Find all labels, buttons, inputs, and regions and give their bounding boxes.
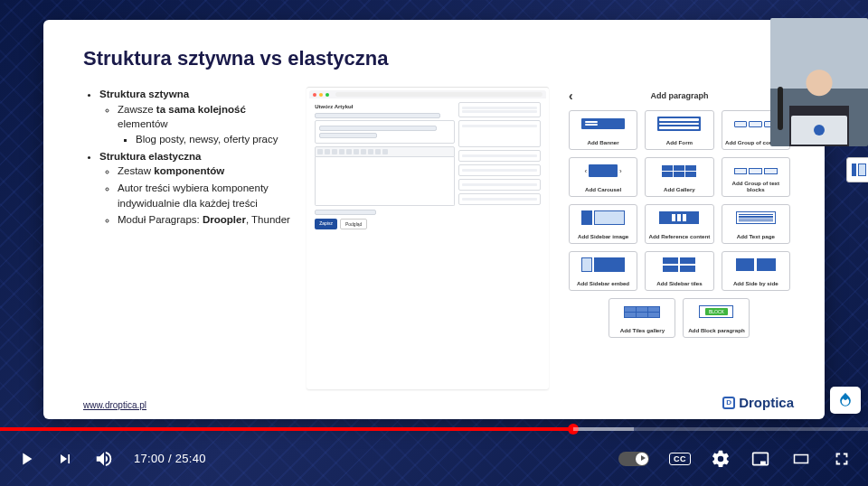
list-item: Autor treści wybiera komponenty indywidu… xyxy=(118,181,290,210)
browser-chrome xyxy=(309,90,546,98)
add-text-page-button[interactable]: Add Text page xyxy=(722,204,790,244)
autoplay-toggle[interactable] xyxy=(618,452,649,466)
rte-body xyxy=(315,157,455,206)
paragraph-panel: ‹ Add paragraph Add Banner Add Form Add … xyxy=(565,87,794,389)
time-display: 17:00 / 25:40 xyxy=(134,452,206,465)
save-button: Zapisz xyxy=(315,219,337,229)
preview-button: Podgląd xyxy=(340,219,367,229)
add-sidebar-image-button[interactable]: Add Sidebar image xyxy=(569,204,637,244)
peek-tile xyxy=(846,157,868,182)
slide-title: Struktura sztywna vs elastyczna xyxy=(83,47,794,70)
form-screenshot: Utwórz Artykuł Zapisz Podgląd xyxy=(307,87,549,389)
captions-button[interactable]: CC xyxy=(669,453,691,465)
presenter-webcam xyxy=(770,18,868,146)
footer-url: www.droptica.pl xyxy=(83,400,146,410)
add-reference-content-button[interactable]: Add Reference content xyxy=(645,204,713,244)
form-heading: Utwórz Artykuł xyxy=(315,104,455,109)
next-button[interactable] xyxy=(56,450,74,468)
list-item: Struktura sztywna Zawsze ta sama kolejno… xyxy=(99,87,290,147)
bullets-column: Struktura sztywna Zawsze ta sama kolejno… xyxy=(83,87,290,389)
list-item: Zawsze ta sama kolejność elementów Blog … xyxy=(118,102,290,147)
theater-button[interactable] xyxy=(790,451,812,467)
list-item: Blog posty, newsy, oferty pracy xyxy=(136,132,290,147)
fullscreen-button[interactable] xyxy=(832,449,852,469)
list-item: Struktura elastyczna Zestaw komponentów … xyxy=(99,149,290,228)
add-carousel-button[interactable]: ‹› Add Carousel xyxy=(569,157,637,197)
add-group-textblocks-button[interactable]: Add Group of text blocks xyxy=(722,157,790,197)
panel-title: Add paragraph xyxy=(650,91,708,100)
droptica-logo: D Droptica xyxy=(722,395,794,410)
presentation-slide: Struktura sztywna vs elastyczna Struktur… xyxy=(43,20,825,419)
video-controls: 17:00 / 25:40 CC xyxy=(0,431,868,486)
add-sidebar-embed-button[interactable]: Add Sidebar embed xyxy=(569,251,637,291)
add-gallery-button[interactable]: Add Gallery xyxy=(645,157,713,197)
slide-footer: www.droptica.pl D Droptica xyxy=(83,393,794,410)
list-item: Zestaw komponentów xyxy=(118,164,290,179)
add-form-button[interactable]: Add Form xyxy=(645,110,713,150)
list-item: Moduł Paragraps: Droopler, Thunder xyxy=(118,212,290,228)
add-tiles-gallery-button[interactable]: Add Tiles gallery xyxy=(609,298,675,338)
add-block-paragraph-button[interactable]: BLOCK Add Block paragraph xyxy=(683,298,750,338)
add-banner-button[interactable]: Add Banner xyxy=(569,110,637,150)
settings-button[interactable] xyxy=(711,449,731,469)
drupal-icon[interactable] xyxy=(830,387,861,414)
miniplayer-button[interactable] xyxy=(750,450,770,468)
volume-button[interactable] xyxy=(94,449,114,469)
add-sidebar-tiles-button[interactable]: Add Sidebar tiles xyxy=(645,251,713,291)
slide-body: Struktura sztywna Zawsze ta sama kolejno… xyxy=(83,87,794,389)
rte-toolbar xyxy=(315,146,455,157)
back-icon[interactable]: ‹ xyxy=(569,89,573,103)
add-side-by-side-button[interactable]: Add Side by side xyxy=(722,251,790,291)
play-button[interactable] xyxy=(16,448,36,470)
